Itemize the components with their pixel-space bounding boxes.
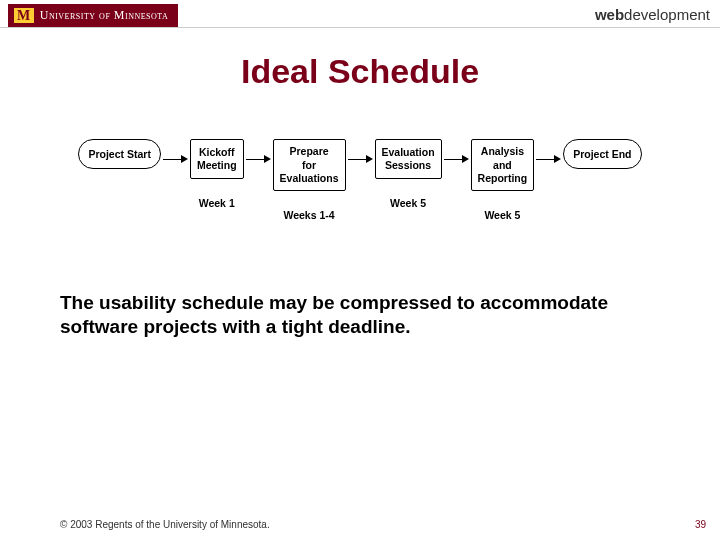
slide-header: M University of Minnesota webdevelopment	[0, 0, 720, 28]
week-label-2: Weeks 1-4	[283, 209, 334, 221]
arrow-icon	[442, 139, 471, 179]
node-analysis-reporting: AnalysisandReporting	[471, 139, 535, 190]
umn-logo: M University of Minnesota	[8, 4, 178, 27]
node-project-start: Project Start	[78, 139, 160, 169]
umn-logo-text: University of Minnesota	[40, 8, 169, 23]
arrow-icon	[534, 139, 563, 179]
body-paragraph: The usability schedule may be compressed…	[60, 291, 660, 340]
node-project-end: Project End	[563, 139, 641, 169]
node-kickoff-meeting: KickoffMeeting	[190, 139, 244, 179]
arrow-icon	[244, 139, 273, 179]
week-label-3: Week 5	[390, 197, 426, 209]
brand-bold-part: web	[595, 6, 624, 23]
arrow-icon	[346, 139, 375, 179]
week-label-4: Week 5	[484, 209, 520, 221]
brand-rest-part: development	[624, 6, 710, 23]
copyright-text: © 2003 Regents of the University of Minn…	[60, 519, 270, 530]
schedule-flow-diagram: Project Start KickoffMeeting Week 1 Prep…	[0, 139, 720, 220]
slide-title: Ideal Schedule	[0, 52, 720, 91]
page-number: 39	[695, 519, 706, 530]
umn-block-m-icon: M	[14, 8, 34, 23]
week-label-1: Week 1	[199, 197, 235, 209]
webdevelopment-wordmark: webdevelopment	[595, 4, 710, 23]
node-evaluation-sessions: EvaluationSessions	[375, 139, 442, 179]
arrow-icon	[161, 139, 190, 179]
slide-footer: © 2003 Regents of the University of Minn…	[0, 519, 720, 530]
node-prepare-evaluations: PrepareforEvaluations	[273, 139, 346, 190]
